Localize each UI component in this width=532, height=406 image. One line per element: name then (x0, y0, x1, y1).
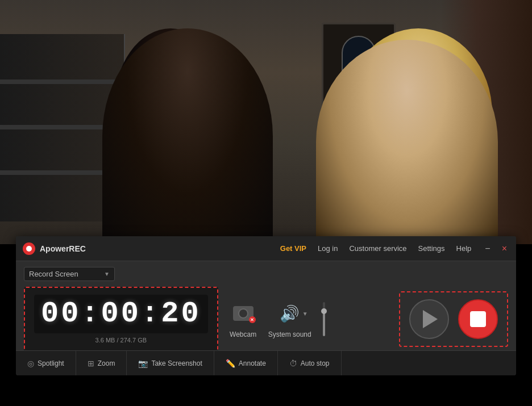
timer-box: 00:00:20 3.6 MB / 274.7 GB (24, 287, 218, 351)
app-titlebar: ApowerREC Get VIP Log in Customer servic… (16, 236, 516, 261)
system-sound-icon: 🔊 ▼ (276, 300, 304, 327)
spotlight-icon: ◎ (27, 359, 34, 368)
toolbar-annotate[interactable]: ✏️ Annotate (214, 351, 278, 375)
webcam-icon: ✕ (230, 300, 257, 327)
controls-row: 00:00:20 3.6 MB / 274.7 GB ✕ Webcam (24, 287, 508, 351)
webcam-body: ✕ (233, 306, 253, 321)
camera-icon: 📷 (138, 359, 148, 368)
zoom-icon: ⊞ (88, 359, 94, 368)
nav-login[interactable]: Log in (318, 244, 338, 253)
app-panel: ApowerREC Get VIP Log in Customer servic… (16, 236, 516, 375)
system-sound-label: System sound (268, 330, 311, 338)
slider-fill (323, 312, 325, 336)
close-button[interactable]: × (500, 243, 509, 254)
toolbar-screenshot[interactable]: 📷 Take Screenshot (127, 351, 214, 375)
nav-get-vip[interactable]: Get VIP (280, 244, 306, 253)
system-sound-control[interactable]: 🔊 ▼ System sound (268, 300, 311, 338)
webcam-status-red: ✕ (249, 316, 256, 323)
app-content: Record Screen ▼ 00:00:20 3.6 MB / 274.7 … (16, 261, 516, 357)
person-left (102, 28, 273, 244)
screenshot-label: Take Screenshot (151, 359, 202, 367)
sound-dropdown-icon: ▼ (302, 311, 308, 317)
webcam-label: Webcam (230, 330, 256, 338)
nav-settings[interactable]: Settings (418, 244, 445, 253)
app-logo-inner (26, 246, 32, 252)
webcam-control[interactable]: ✕ Webcam (230, 300, 257, 338)
record-mode-selector[interactable]: Record Screen ▼ (24, 267, 115, 281)
nav-help[interactable]: Help (456, 244, 472, 253)
titlebar-nav: Get VIP Log in Customer service Settings… (280, 244, 472, 253)
person-right (316, 40, 498, 244)
timer-display: 00:00:20 (34, 295, 208, 333)
minimize-button[interactable]: − (483, 243, 492, 254)
record-button[interactable] (458, 299, 498, 339)
stop-icon (470, 311, 486, 327)
video-area (0, 0, 532, 244)
webcam-lens (238, 308, 248, 319)
slider-thumb (321, 308, 327, 314)
dropdown-arrow-icon: ▼ (104, 271, 110, 277)
toolbar-spotlight[interactable]: ◎ Spotlight (16, 351, 76, 375)
app-name: ApowerREC (40, 244, 86, 253)
webcam-x-icon: ✕ (250, 317, 254, 323)
slider-track (323, 302, 325, 336)
app-logo (23, 242, 35, 255)
autostop-icon: ⏱ (289, 359, 297, 368)
play-button[interactable] (409, 299, 449, 339)
record-mode-text: Record Screen (29, 270, 104, 278)
toolbar-zoom[interactable]: ⊞ Zoom (76, 351, 127, 375)
autostop-label: Auto stop (301, 359, 330, 367)
storage-info: 3.6 MB / 274.7 GB (34, 337, 208, 344)
action-buttons (399, 291, 508, 347)
play-icon (423, 310, 438, 328)
zoom-label: Zoom (98, 359, 115, 367)
titlebar-controls: − × (483, 243, 509, 254)
nav-customer-service[interactable]: Customer service (349, 244, 406, 253)
volume-slider[interactable] (323, 299, 325, 339)
annotate-label: Annotate (239, 359, 266, 367)
speaker-icon: 🔊 (280, 304, 300, 323)
toolbar-autostop[interactable]: ⏱ Auto stop (278, 351, 342, 375)
pen-icon: ✏️ (226, 359, 235, 368)
spotlight-label: Spotlight (38, 359, 64, 367)
bottom-toolbar: ◎ Spotlight ⊞ Zoom 📷 Take Screenshot ✏️ … (16, 350, 516, 375)
